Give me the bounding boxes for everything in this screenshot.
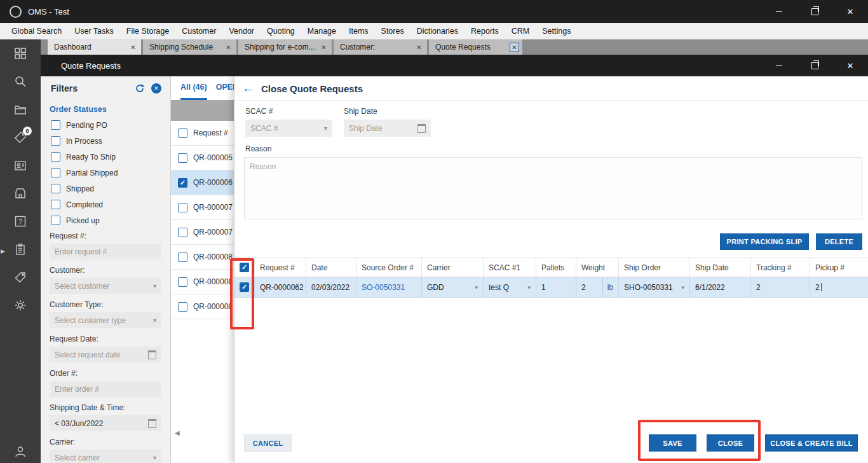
checkbox[interactable] (51, 168, 60, 177)
customer-type-select[interactable]: Select customer type (50, 312, 161, 328)
carrier-select-cell[interactable]: GDD (422, 277, 484, 297)
tab-close-icon[interactable] (224, 43, 233, 52)
request-date-input[interactable]: Select request date (50, 347, 161, 363)
table-row[interactable]: QR-0000062 02/03/2022 SO-0050331 GDD tes… (234, 277, 868, 298)
close-button[interactable] (832, 54, 868, 77)
settings-gear-icon[interactable] (14, 299, 27, 312)
restore-button[interactable] (797, 54, 832, 77)
menu-reports[interactable]: Reports (465, 27, 505, 36)
menu-items[interactable]: Items (342, 27, 375, 36)
pallets-cell[interactable]: 1 (536, 277, 576, 297)
minimize-button[interactable] (761, 54, 797, 77)
menu-quoting[interactable]: Quoting (261, 27, 301, 36)
filter-status-shipped[interactable]: Shipped (51, 184, 170, 193)
quote-request-row[interactable]: QR-000008 (171, 294, 234, 319)
file-storage-icon[interactable] (14, 103, 27, 116)
print-packing-slip-button[interactable]: PRINT PACKING SLIP (720, 233, 809, 250)
quote-request-row[interactable]: QR-000008 (171, 270, 234, 294)
filter-status-completed[interactable]: Completed (51, 200, 170, 209)
row-checkbox[interactable] (240, 282, 249, 292)
weight-unit[interactable]: lb (602, 277, 613, 297)
store-icon[interactable] (14, 187, 27, 200)
minimize-button[interactable] (761, 0, 797, 23)
menu-manage[interactable]: Manage (301, 27, 342, 36)
order-number-input[interactable] (50, 381, 161, 397)
save-button[interactable]: SAVE (649, 434, 696, 452)
cancel-button[interactable]: CANCEL (244, 434, 292, 452)
filter-status-picked-up[interactable]: Picked up (51, 216, 170, 225)
filter-status-in-process[interactable]: In Process (51, 136, 170, 146)
tab-dashboard[interactable]: Dashboard (48, 39, 141, 55)
tab-close-icon[interactable] (319, 43, 329, 52)
close-dialog-button[interactable]: CLOSE (707, 434, 754, 452)
menu-stores[interactable]: Stores (375, 27, 410, 36)
close-filters-icon[interactable] (151, 83, 161, 93)
checkbox[interactable] (51, 136, 60, 146)
scroll-left-arrow[interactable] (175, 429, 180, 436)
menu-dictionaries[interactable]: Dictionaries (410, 27, 465, 36)
customer-select[interactable]: Select customer (50, 278, 161, 294)
restore-button[interactable] (797, 0, 832, 23)
menu-customer[interactable]: Customer (175, 27, 222, 36)
grid-tab-all[interactable]: All (46) (180, 76, 207, 100)
menu-file-storage[interactable]: File Storage (120, 27, 175, 36)
help-icon[interactable]: ? (14, 215, 27, 228)
row-checkbox[interactable] (178, 203, 187, 212)
tab-close-icon[interactable] (414, 43, 424, 52)
grid-tab-open[interactable]: OPEN (216, 76, 234, 100)
row-checkbox[interactable] (178, 277, 187, 287)
row-checkbox[interactable] (178, 302, 187, 312)
ship-date-cell[interactable]: 6/1/2022 (690, 277, 751, 297)
filter-status-pending-po[interactable]: Pending PO (51, 120, 170, 130)
pickup-cell[interactable]: 2 (810, 277, 868, 297)
filter-status-ready-to-ship[interactable]: Ready To Ship (51, 152, 170, 162)
close-create-bill-button[interactable]: CLOSE & CREATE BILL (765, 434, 858, 452)
tab-quote-requests[interactable]: Quote Requests (429, 39, 522, 55)
row-checkbox[interactable] (178, 153, 187, 163)
quote-request-row[interactable]: QR-000008 (171, 245, 234, 270)
ship-order-select-cell[interactable]: SHO-0050331 (619, 277, 690, 297)
tab-close-icon[interactable] (128, 43, 138, 52)
tab-close-icon[interactable] (510, 43, 519, 52)
menu-user-tasks[interactable]: User Tasks (68, 27, 120, 36)
ship-date-input[interactable]: Ship Date (344, 120, 431, 137)
scac-select[interactable]: SCAC # (245, 120, 332, 137)
refresh-icon[interactable] (135, 83, 145, 93)
tab-shipping-ecom[interactable]: Shipping for e-com... (238, 39, 332, 55)
checkbox[interactable] (51, 152, 60, 162)
delete-button[interactable]: DELETE (816, 233, 862, 250)
search-icon[interactable] (14, 75, 27, 88)
checkbox[interactable] (51, 120, 60, 130)
labels-icon[interactable] (14, 271, 27, 284)
row-checkbox[interactable] (178, 178, 187, 188)
row-checkbox[interactable] (178, 228, 187, 237)
tracking-cell[interactable]: 2 (751, 277, 810, 297)
scac1-select-cell[interactable]: test Q (484, 277, 536, 297)
checkbox[interactable] (51, 184, 60, 193)
back-arrow-icon[interactable] (242, 81, 257, 95)
menu-vendor[interactable]: Vendor (222, 27, 261, 36)
quote-request-row[interactable]: QR-000005 (171, 146, 234, 170)
user-icon[interactable] (14, 445, 27, 458)
select-all-checkbox[interactable] (178, 128, 187, 138)
select-all-checkbox[interactable] (240, 263, 249, 272)
shipping-date-input[interactable]: < 03/Jun/2022 (50, 415, 161, 431)
menu-settings[interactable]: Settings (536, 27, 577, 36)
filter-status-partial-shipped[interactable]: Partial Shipped (51, 168, 170, 177)
row-checkbox[interactable] (178, 252, 187, 262)
checkbox[interactable] (51, 200, 60, 209)
quote-request-row[interactable]: QR-000007 (171, 220, 234, 245)
contacts-icon[interactable] (14, 159, 27, 172)
quote-request-row[interactable]: QR-000007 (171, 195, 234, 220)
panel-expander-icon[interactable]: ▶ (1, 248, 5, 254)
tab-customer[interactable]: Customer: (334, 39, 427, 55)
request-number-input[interactable] (50, 244, 161, 259)
source-order-link[interactable]: SO-0050331 (362, 283, 405, 292)
weight-cell[interactable]: 2 lb (576, 277, 619, 297)
menu-crm[interactable]: CRM (505, 27, 536, 36)
tab-shipping-schedule[interactable]: Shipping Schedule (143, 39, 236, 55)
checkbox[interactable] (51, 216, 60, 225)
quote-request-row[interactable]: QR-000006 (171, 170, 234, 195)
dashboard-icon[interactable] (14, 47, 27, 60)
reason-textarea[interactable] (244, 157, 862, 219)
